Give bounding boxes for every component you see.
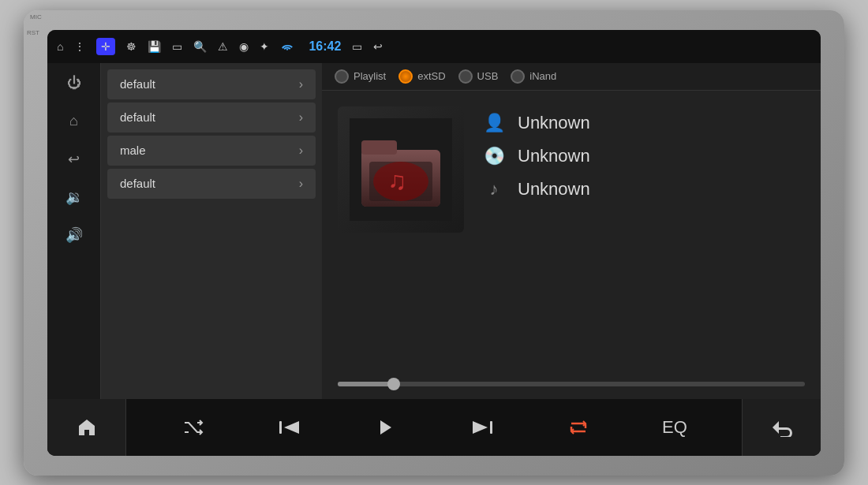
svg-marker-11	[473, 421, 488, 434]
left-sidebar: ⏻ ⌂ ↩ 🔉 🔊	[47, 63, 101, 399]
artist-row: 👤 Unknown	[483, 113, 805, 133]
artist-label: Unknown	[518, 113, 590, 133]
bottom-controls: EQ	[47, 399, 821, 456]
tab-label-usb: USB	[477, 70, 499, 82]
power-icon[interactable]: ⏻	[60, 69, 88, 98]
chevron-right-icon: ›	[299, 77, 303, 91]
music-note-icon: ♪	[483, 179, 505, 200]
search-icon[interactable]: 🔍	[193, 40, 207, 53]
chevron-right-icon: ›	[299, 144, 303, 158]
location-icon[interactable]: ◉	[239, 40, 249, 53]
volume-down-icon[interactable]: 🔉	[60, 183, 88, 211]
battery-icon: ▭	[352, 40, 362, 53]
back-control-section	[742, 399, 821, 456]
tab-playlist[interactable]: Playlist	[335, 69, 386, 84]
svg-rect-10	[490, 421, 492, 434]
chevron-right-icon: ›	[299, 177, 303, 191]
next-button[interactable]	[465, 410, 499, 445]
back-nav-icon[interactable]: ↩	[373, 40, 383, 53]
bluetooth-icon[interactable]: ✦	[260, 40, 269, 53]
home-button[interactable]	[69, 410, 104, 445]
volume-up-icon[interactable]: 🔊	[60, 221, 88, 249]
menu-item-label: default	[120, 110, 155, 124]
wifi-icon[interactable]	[280, 41, 294, 52]
home-control-section	[47, 399, 126, 456]
progress-bar-fill	[338, 382, 394, 386]
menu-item-male[interactable]: male ›	[107, 136, 316, 166]
prev-button[interactable]	[272, 410, 307, 445]
svg-marker-9	[380, 420, 391, 435]
playback-controls: EQ	[126, 410, 742, 445]
title-label: Unknown	[518, 179, 590, 200]
tab-usb[interactable]: USB	[458, 69, 499, 84]
svg-text:♫: ♫	[387, 166, 406, 195]
album-row: 💿 Unknown	[483, 146, 805, 166]
tab-label-inand: iNand	[529, 70, 556, 82]
eq-button[interactable]: EQ	[657, 410, 692, 445]
tab-label-playlist: Playlist	[354, 70, 386, 82]
artist-icon: 👤	[483, 113, 505, 133]
tab-inand[interactable]: iNand	[511, 69, 556, 84]
device-frame: MIC RST ⌂ ⋮ ✛ ☸ 💾 ▭ 🔍 ⚠ ◉ ✦ 16:42 ▭ ↩	[24, 10, 844, 476]
rst-label: RST	[27, 29, 39, 36]
play-button[interactable]	[369, 410, 403, 445]
progress-bar-bg[interactable]	[338, 382, 805, 386]
screen: ⌂ ⋮ ✛ ☸ 💾 ▭ 🔍 ⚠ ◉ ✦ 16:42 ▭ ↩	[47, 30, 821, 456]
tab-dot-inand	[511, 69, 525, 84]
source-tabs: Playlist extSD USB iNand	[322, 63, 821, 91]
menu-item-default-1[interactable]: default ›	[107, 69, 316, 99]
menu-item-label: male	[120, 144, 146, 157]
album-label: Unknown	[518, 146, 590, 166]
menu-dots-icon[interactable]: ⋮	[74, 40, 85, 53]
home-side-icon[interactable]: ⌂	[60, 107, 88, 136]
back-button[interactable]	[765, 410, 799, 445]
menu-item-default-2[interactable]: default ›	[107, 103, 316, 132]
album-art-inner: ♫	[338, 106, 464, 233]
tab-extsd[interactable]: extSD	[398, 69, 445, 84]
home-icon[interactable]: ⌂	[57, 40, 63, 53]
repeat-button[interactable]	[561, 410, 596, 445]
svg-rect-3	[361, 140, 397, 155]
now-playing: ♫	[322, 91, 821, 382]
mic-label: MIC	[30, 13, 42, 21]
eq-label: EQ	[662, 417, 687, 438]
music-player: Playlist extSD USB iNand	[322, 63, 821, 399]
track-info: 👤 Unknown 💿 Unknown ♪ Unknown	[483, 106, 805, 200]
menu-item-default-3[interactable]: default ›	[107, 169, 316, 199]
status-bar: ⌂ ⋮ ✛ ☸ 💾 ▭ 🔍 ⚠ ◉ ✦ 16:42 ▭ ↩	[47, 30, 821, 63]
progress-area[interactable]	[322, 382, 821, 399]
menu-item-label: default	[120, 177, 155, 190]
back-side-icon[interactable]: ↩	[60, 145, 88, 173]
tab-label-extsd: extSD	[417, 70, 445, 82]
album-icon: 💿	[483, 146, 505, 166]
steering-icon[interactable]: ☸	[126, 40, 137, 53]
save-icon[interactable]: 💾	[148, 40, 161, 53]
alert-icon[interactable]: ⚠	[218, 40, 228, 53]
svg-marker-8	[284, 421, 299, 434]
svg-rect-7	[279, 421, 282, 434]
time-display: 16:42	[309, 39, 341, 54]
album-art: ♫	[338, 106, 464, 233]
title-row: ♪ Unknown	[483, 179, 805, 200]
add-icon[interactable]: ✛	[96, 38, 115, 55]
menu-item-label: default	[120, 77, 155, 91]
shuffle-button[interactable]	[176, 410, 211, 445]
tab-dot-playlist	[335, 69, 349, 84]
tab-dot-usb	[458, 69, 473, 84]
display-icon[interactable]: ▭	[172, 40, 182, 53]
menu-list: default › default › male › default ›	[101, 63, 322, 399]
tab-dot-extsd	[398, 69, 413, 84]
chevron-right-icon: ›	[299, 110, 303, 125]
main-content: ⏻ ⌂ ↩ 🔉 🔊 default › default › male ›	[47, 63, 821, 399]
progress-thumb	[387, 378, 400, 390]
